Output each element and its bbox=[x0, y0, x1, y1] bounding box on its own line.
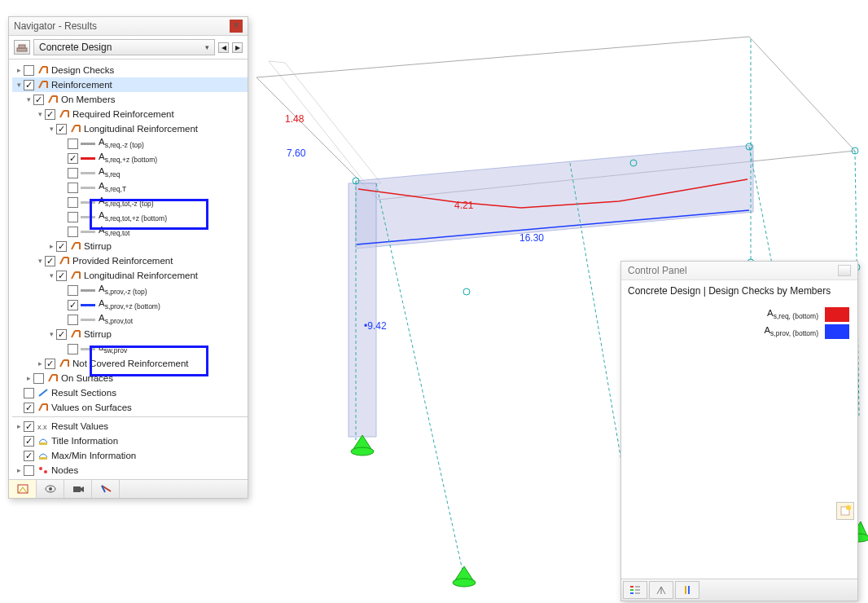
tree-row[interactable]: As,req,+z (bottom) bbox=[12, 151, 248, 165]
navigator-tree[interactable]: ▸Design Checks▾Reinforcement▾On Members▾… bbox=[9, 59, 248, 479]
chevron-right-icon[interactable]: ▸ bbox=[14, 66, 24, 74]
checkbox[interactable] bbox=[56, 241, 67, 252]
chevron-right-icon[interactable]: ▸ bbox=[35, 359, 45, 368]
checkbox[interactable] bbox=[24, 65, 34, 76]
legend-label: As,req, (bottom) bbox=[767, 308, 818, 320]
footer-tab-eye[interactable] bbox=[37, 480, 64, 498]
tree-row[interactable]: ▸Nodes bbox=[12, 463, 248, 478]
tree-row[interactable]: As,req,tot bbox=[12, 224, 248, 239]
svg-rect-11 bbox=[17, 48, 27, 51]
checkbox[interactable] bbox=[24, 388, 34, 398]
checkbox[interactable] bbox=[56, 124, 67, 134]
footer-tab-flag[interactable] bbox=[92, 480, 120, 498]
checkbox[interactable] bbox=[24, 451, 34, 461]
chevron-down-icon[interactable]: ▾ bbox=[46, 125, 56, 133]
tree-row[interactable]: ▾Stirrup bbox=[12, 327, 248, 341]
checkbox[interactable] bbox=[68, 344, 78, 354]
checkbox[interactable] bbox=[68, 183, 78, 193]
tree-row[interactable]: ▸Not Covered Reinforcement bbox=[12, 356, 248, 371]
tree-row[interactable]: As,req,tot,-z (top) bbox=[12, 195, 248, 209]
svg-line-46 bbox=[39, 390, 47, 396]
chevron-down-icon[interactable]: ▾ bbox=[24, 95, 33, 103]
checkbox[interactable] bbox=[33, 95, 44, 105]
chevron-right-icon[interactable]: ▸ bbox=[46, 242, 56, 250]
checkbox[interactable] bbox=[68, 139, 78, 149]
checkbox[interactable] bbox=[68, 212, 78, 222]
checkbox[interactable] bbox=[68, 300, 78, 310]
tree-row[interactable]: As,req,tot,+z (bottom) bbox=[12, 209, 248, 224]
mem-icon bbox=[69, 270, 81, 281]
tree-row[interactable]: As,req bbox=[12, 165, 248, 180]
chevron-down-icon[interactable]: ▾ bbox=[35, 110, 45, 118]
chevron-down-icon[interactable]: ▾ bbox=[35, 257, 45, 265]
tree-row[interactable]: ▾Longitudinal Reinforcement bbox=[12, 268, 248, 283]
tree-row[interactable]: As,req,T bbox=[12, 180, 248, 195]
value-prov-1: 7.60 bbox=[287, 147, 306, 159]
checkbox[interactable] bbox=[68, 197, 78, 208]
chevron-right-icon[interactable]: ▸ bbox=[24, 374, 33, 382]
checkbox[interactable] bbox=[56, 271, 67, 281]
close-icon[interactable] bbox=[838, 265, 851, 276]
mem-icon bbox=[46, 372, 59, 384]
category-combo[interactable]: Concrete Design ▾ bbox=[33, 39, 215, 55]
tree-row[interactable]: As,prov,-z (top) bbox=[12, 283, 248, 297]
tree-row[interactable]: Result Sections bbox=[12, 385, 248, 400]
tree-row[interactable]: As,prov,tot bbox=[12, 312, 248, 327]
control-panel-titlebar[interactable]: Control Panel bbox=[621, 262, 857, 280]
checkbox[interactable] bbox=[45, 359, 55, 369]
tree-row[interactable]: asw,prov bbox=[12, 341, 248, 356]
checkbox[interactable] bbox=[24, 403, 34, 413]
chevron-right-icon[interactable]: ▸ bbox=[14, 422, 24, 430]
footer-tab-camera[interactable] bbox=[64, 480, 92, 498]
checkbox[interactable] bbox=[68, 168, 78, 178]
checkbox[interactable] bbox=[68, 315, 78, 325]
checkbox[interactable] bbox=[24, 465, 34, 476]
svg-line-31 bbox=[60, 257, 64, 264]
tree-row[interactable]: ▾Longitudinal Reinforcement bbox=[12, 121, 248, 136]
new-button[interactable] bbox=[836, 502, 854, 520]
tree-row[interactable]: ▸Members bbox=[12, 478, 248, 479]
tree-row[interactable]: ▾On Members bbox=[12, 92, 248, 107]
tree-row[interactable]: ▸On Surfaces bbox=[12, 371, 248, 385]
tree-item-label: asw,prov bbox=[99, 342, 127, 354]
navigator-titlebar[interactable]: Navigator - Results × bbox=[9, 17, 248, 36]
tree-row[interactable]: ▾Required Reinforcement bbox=[12, 107, 248, 121]
control-panel-title: Control Panel bbox=[628, 265, 687, 276]
tree-row[interactable]: ▸Stirrup bbox=[12, 239, 248, 253]
tree-row[interactable]: Values on Surfaces bbox=[12, 400, 248, 415]
tree-row[interactable]: As,req,-z (top) bbox=[12, 136, 248, 151]
toolbar-filter-button[interactable] bbox=[675, 581, 699, 599]
nav-prev-button[interactable]: ◂ bbox=[218, 42, 229, 53]
tree-row[interactable]: ▸Design Checks bbox=[12, 63, 248, 77]
tree-row[interactable]: ▸x.xResult Values bbox=[12, 419, 248, 434]
chevron-down-icon[interactable]: ▾ bbox=[14, 81, 24, 89]
toolbar-scale-button[interactable] bbox=[649, 581, 673, 599]
category-value: Concrete Design bbox=[39, 42, 112, 53]
checkbox[interactable] bbox=[56, 329, 67, 340]
chevron-down-icon[interactable]: ▾ bbox=[46, 330, 56, 338]
checkbox[interactable] bbox=[45, 109, 55, 120]
toolbar-legend-button[interactable] bbox=[623, 581, 647, 599]
tree-item-label: On Members bbox=[61, 95, 115, 104]
tag-icon bbox=[37, 435, 49, 447]
checkbox[interactable] bbox=[24, 436, 34, 447]
checkbox[interactable] bbox=[24, 80, 34, 90]
checkbox[interactable] bbox=[68, 285, 78, 296]
checkbox[interactable] bbox=[24, 421, 34, 432]
tree-row[interactable]: Title Information bbox=[12, 434, 248, 448]
value-col: •9.42 bbox=[364, 320, 387, 332]
checkbox[interactable] bbox=[45, 256, 55, 266]
checkbox[interactable] bbox=[68, 153, 78, 164]
tree-row[interactable]: Max/Min Information bbox=[12, 448, 248, 463]
footer-tab-1[interactable] bbox=[9, 480, 37, 498]
tree-row[interactable]: ▾Provided Reinforcement bbox=[12, 253, 248, 268]
chevron-down-icon[interactable]: ▾ bbox=[46, 271, 56, 279]
checkbox[interactable] bbox=[68, 227, 78, 237]
chevron-right-icon[interactable]: ▸ bbox=[14, 466, 24, 474]
tree-row[interactable]: As,prov,+z (bottom) bbox=[12, 297, 248, 312]
tree-row[interactable]: ▾Reinforcement bbox=[12, 77, 248, 92]
svg-point-2 bbox=[852, 147, 858, 154]
nav-next-button[interactable]: ▸ bbox=[232, 42, 243, 53]
close-icon[interactable]: × bbox=[230, 20, 243, 33]
checkbox[interactable] bbox=[33, 373, 44, 384]
